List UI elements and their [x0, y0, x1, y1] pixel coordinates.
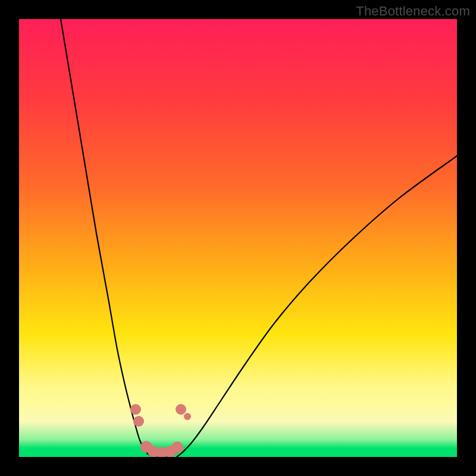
marker-layer	[130, 404, 191, 457]
chart-frame: TheBottleneck.com	[0, 0, 476, 476]
plot-area	[19, 19, 457, 457]
series-right-curve	[177, 156, 457, 457]
data-marker	[133, 416, 144, 427]
curve-layer	[61, 19, 457, 457]
watermark-text: TheBottleneck.com	[356, 4, 470, 19]
data-marker	[130, 404, 141, 415]
data-marker	[184, 413, 191, 420]
bottleneck-curve-chart	[19, 19, 457, 457]
data-marker	[176, 404, 186, 415]
series-left-curve	[61, 19, 156, 457]
data-marker	[171, 441, 183, 453]
